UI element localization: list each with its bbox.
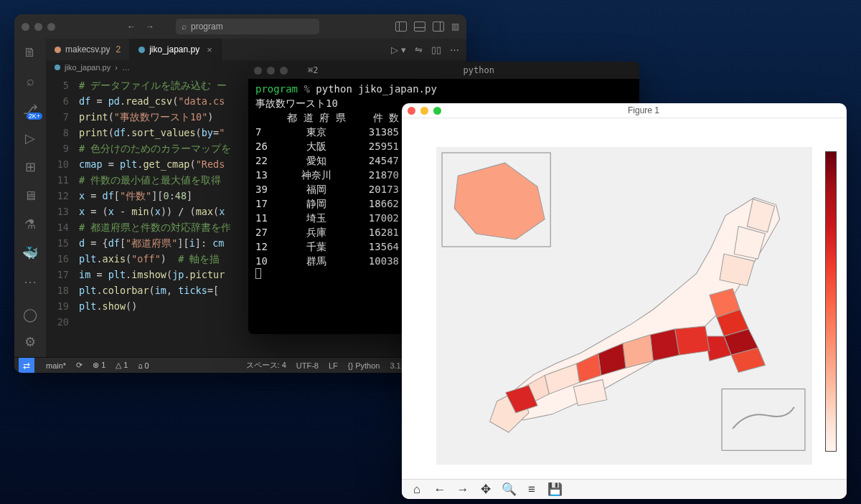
- tab-makecsv[interactable]: makecsv.py 2: [46, 39, 130, 60]
- line-number: 7: [46, 109, 79, 125]
- terminal-titlebar: ⌘2 python: [248, 62, 639, 79]
- customize-layout-icon[interactable]: ▥: [451, 22, 459, 32]
- status-branch[interactable]: main*: [46, 361, 66, 370]
- line-number: 16: [46, 251, 79, 267]
- prompt-host: program: [255, 83, 298, 95]
- back-button[interactable]: ←: [429, 480, 451, 499]
- status-errors[interactable]: ⊗ 1: [93, 361, 105, 370]
- more-actions-icon[interactable]: ⋯: [450, 44, 459, 55]
- japan-choropleth: [436, 146, 812, 466]
- search-text: program: [191, 22, 223, 32]
- line-number: 19: [46, 298, 79, 314]
- extensions-icon[interactable]: ⊞: [22, 159, 38, 175]
- accounts-icon[interactable]: ◯: [22, 307, 38, 323]
- scm-icon[interactable]: ⎇: [22, 102, 38, 118]
- tab-jiko-japan[interactable]: jiko_japan.py ×: [130, 39, 222, 60]
- explorer-icon[interactable]: 🗎: [22, 44, 38, 60]
- breadcrumb-file: jiko_japan.py: [65, 63, 110, 72]
- more-icon[interactable]: ⋯: [22, 274, 38, 290]
- status-spaces[interactable]: スペース: 4: [246, 360, 286, 371]
- minimize-window-icon[interactable]: [420, 107, 428, 115]
- command-center[interactable]: ⌕ program: [176, 19, 319, 34]
- run-icon[interactable]: ▷ ▾: [391, 44, 406, 55]
- window-controls[interactable]: [254, 67, 288, 75]
- status-eol[interactable]: LF: [329, 361, 338, 370]
- settings-icon[interactable]: ⚙: [22, 334, 38, 350]
- status-lang[interactable]: {} Python: [348, 361, 380, 370]
- line-number: 13: [46, 204, 79, 219]
- run-debug-icon[interactable]: ▷: [22, 130, 38, 146]
- configure-button[interactable]: ≡: [521, 480, 542, 499]
- line-number: 8: [46, 125, 79, 141]
- status-sync[interactable]: ⟳: [76, 361, 83, 370]
- search-tab-icon[interactable]: ⌕: [22, 73, 38, 89]
- line-number: 11: [46, 172, 79, 188]
- window-controls[interactable]: [22, 23, 55, 31]
- nav-arrows[interactable]: ← →: [127, 22, 154, 32]
- colorbar: [825, 151, 837, 452]
- save-button[interactable]: 💾: [544, 480, 565, 499]
- split-editor-icon[interactable]: ▯▯: [431, 44, 441, 55]
- status-warnings[interactable]: △ 1: [116, 361, 128, 370]
- line-number: 12: [46, 188, 79, 204]
- line-number: 14: [46, 219, 79, 235]
- home-button[interactable]: ⌂: [406, 480, 428, 499]
- docker-icon[interactable]: 🐳: [22, 245, 38, 261]
- line-number: 6: [46, 93, 79, 109]
- close-window-icon[interactable]: [408, 107, 415, 115]
- line-number: 10: [46, 156, 79, 172]
- chevron-right-icon: ›: [115, 63, 118, 72]
- line-number: 18: [46, 282, 79, 298]
- terminal-command: python jiko_japan.py: [316, 83, 437, 95]
- cursor: [255, 268, 261, 279]
- matplotlib-figure-window: Figure 1: [402, 103, 847, 499]
- activity-bar: 🗎 ⌕ ⎇ ▷ ⊞ 🖥 ⚗ 🐳 ⋯ ◯ ⚙: [14, 39, 46, 357]
- panel-left-icon[interactable]: [395, 22, 407, 32]
- line-number: 20: [46, 314, 79, 330]
- status-encoding[interactable]: UTF-8: [296, 361, 319, 370]
- nav-forward-icon[interactable]: →: [146, 22, 154, 32]
- status-ports[interactable]: ⩍ 0: [138, 361, 149, 370]
- compare-icon[interactable]: ⇋: [415, 44, 423, 55]
- panel-right-icon[interactable]: [433, 22, 444, 32]
- status-bar: ⇄ main* ⟳ ⊗ 1 △ 1 ⩍ 0 スペース: 4 UTF-8 LF {…: [14, 357, 466, 373]
- search-icon: ⌕: [182, 22, 187, 32]
- figure-canvas[interactable]: [402, 118, 847, 479]
- line-number: 9: [46, 141, 79, 156]
- python-file-icon: [55, 65, 60, 70]
- panel-bottom-icon[interactable]: [414, 22, 425, 32]
- editor-tabs: makecsv.py 2 jiko_japan.py × ▷ ▾ ⇋ ▯▯ ⋯: [46, 39, 466, 60]
- zoom-window-icon[interactable]: [433, 107, 441, 115]
- tab-label: jiko_japan.py: [149, 44, 199, 54]
- line-number: 5: [46, 77, 79, 93]
- prompt-sep: %: [298, 83, 316, 95]
- terminal-process: python: [464, 65, 494, 75]
- close-icon[interactable]: ×: [207, 44, 212, 55]
- tab-indicator: 2: [116, 44, 121, 54]
- figure-titlebar: Figure 1: [402, 103, 847, 118]
- figure-toolbar: ⌂ ← → ✥ 🔍 ≡ 💾: [402, 479, 847, 499]
- remote-indicator[interactable]: ⇄: [19, 358, 34, 373]
- python-file-icon: [55, 47, 61, 53]
- breadcrumb-more: …: [122, 63, 130, 72]
- forward-button[interactable]: →: [452, 480, 474, 499]
- line-number: 17: [46, 267, 79, 282]
- layout-controls[interactable]: ▥: [395, 22, 459, 32]
- terminal-tab-label[interactable]: ⌘2: [308, 65, 318, 75]
- tab-label: makecsv.py: [65, 44, 110, 54]
- nav-back-icon[interactable]: ←: [127, 22, 136, 32]
- python-file-icon: [138, 47, 145, 53]
- zoom-button[interactable]: 🔍: [498, 480, 519, 499]
- pan-button[interactable]: ✥: [475, 480, 497, 499]
- line-number: 15: [46, 235, 79, 251]
- figure-title: Figure 1: [628, 105, 659, 115]
- remote-explorer-icon[interactable]: 🖥: [22, 188, 38, 204]
- vscode-titlebar: ← → ⌕ program ▥: [14, 14, 466, 39]
- testing-icon[interactable]: ⚗: [22, 217, 38, 232]
